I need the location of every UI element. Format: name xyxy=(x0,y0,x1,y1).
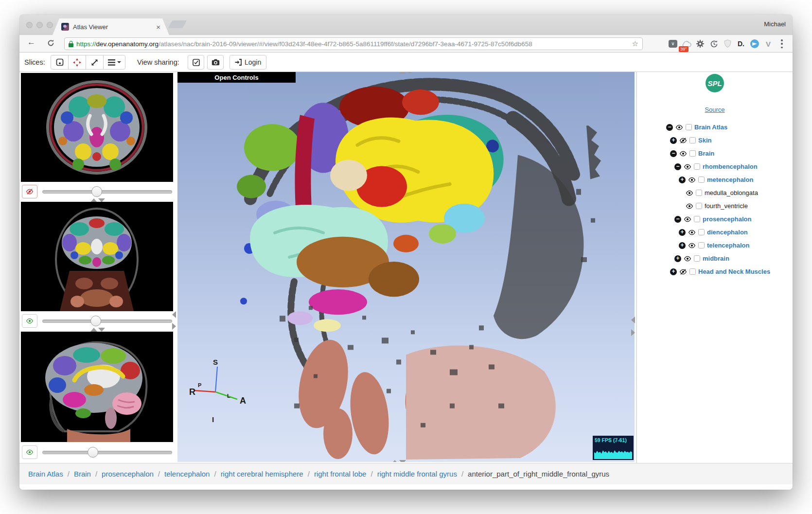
splitter-handle[interactable] xyxy=(391,460,406,462)
collapse-icon[interactable]: − xyxy=(670,150,677,157)
eye-icon[interactable] xyxy=(684,256,691,262)
slice-visibility-button[interactable] xyxy=(51,55,69,70)
coronal-slice-slider[interactable] xyxy=(42,319,172,323)
coronal-slider-thumb[interactable] xyxy=(90,316,101,326)
tree-checkbox[interactable] xyxy=(689,137,696,143)
coronal-slice-view[interactable] xyxy=(21,202,173,311)
share-state-button[interactable] xyxy=(188,55,204,70)
axial-visibility-toggle[interactable] xyxy=(22,185,37,198)
tree-checkbox[interactable] xyxy=(689,268,696,275)
shield-extension-icon[interactable] xyxy=(722,38,733,50)
tree-checkbox[interactable] xyxy=(698,177,705,183)
tree-checkbox[interactable] xyxy=(696,203,702,209)
tree-checkbox[interactable] xyxy=(694,255,700,262)
expand-icon[interactable]: + xyxy=(670,137,677,144)
eye-icon[interactable] xyxy=(688,243,696,248)
browser-menu-icon[interactable] xyxy=(776,38,788,50)
history-extension-icon[interactable] xyxy=(708,38,720,50)
tree-item-label[interactable]: Skin xyxy=(698,137,711,144)
collapse-icon[interactable]: − xyxy=(674,216,681,223)
open-controls-bar[interactable]: Open Controls xyxy=(177,72,296,83)
v-extension-icon[interactable]: V xyxy=(762,38,774,50)
splitter-handle[interactable] xyxy=(399,72,413,74)
gear-icon[interactable] xyxy=(694,38,706,50)
tree-item-label[interactable]: Brain Atlas xyxy=(694,124,727,131)
eye-slash-icon[interactable] xyxy=(679,269,687,275)
breadcrumb-item[interactable]: right cerebral hemisphere xyxy=(221,470,303,478)
tree-item-label[interactable]: fourth_ventricle xyxy=(705,202,748,210)
eye-icon[interactable] xyxy=(684,216,691,222)
expand-icon[interactable]: + xyxy=(670,268,677,275)
eye-slash-icon[interactable] xyxy=(679,138,687,143)
tab-atlas-viewer[interactable]: Atlas Viewer × xyxy=(53,18,169,35)
tab-close-icon[interactable]: × xyxy=(156,23,160,31)
tree-item-label[interactable]: prosencephalon xyxy=(703,215,751,223)
3d-viewport[interactable]: Open Controls S R P A L I 59 FPS (7-61) xyxy=(177,72,635,462)
tree-item-label[interactable]: rhombencephalon xyxy=(703,163,758,170)
telegram-extension-icon[interactable] xyxy=(749,38,760,50)
splitter-handle[interactable] xyxy=(90,328,105,332)
tree-checkbox[interactable] xyxy=(694,216,700,222)
tree-item-label[interactable]: telencephalon xyxy=(707,242,749,249)
eye-icon[interactable] xyxy=(684,164,691,170)
tree-item-label[interactable]: medulla_oblongata xyxy=(705,189,758,196)
tree-item-label[interactable]: Brain xyxy=(698,150,714,157)
eye-icon[interactable] xyxy=(688,177,696,183)
tree-item-label[interactable]: metencephalon xyxy=(707,176,753,183)
eye-icon[interactable] xyxy=(686,203,693,209)
fit-view-button[interactable] xyxy=(86,55,104,70)
pocket-extension-icon[interactable]: ∨ xyxy=(667,38,679,50)
slice-list-button[interactable] xyxy=(103,55,125,70)
expand-icon[interactable]: + xyxy=(679,177,686,183)
breadcrumb-item[interactable]: Brain xyxy=(74,470,91,478)
breadcrumb-item[interactable]: Brain Atlas xyxy=(28,470,63,478)
new-tab-button[interactable] xyxy=(168,20,187,28)
breadcrumb-item[interactable]: prosencephalon xyxy=(102,470,154,478)
panel-divider-handle[interactable] xyxy=(631,317,635,336)
tree-checkbox[interactable] xyxy=(686,124,692,130)
spl-logo[interactable]: SPL xyxy=(706,74,724,92)
tree-item-label[interactable]: midbrain xyxy=(703,255,729,262)
d-extension-icon[interactable]: D. xyxy=(735,38,747,50)
minimize-window-button[interactable] xyxy=(36,22,43,28)
tree-checkbox[interactable] xyxy=(698,229,705,235)
breadcrumb-item[interactable]: right middle frontal gyrus xyxy=(377,470,457,478)
expand-icon[interactable]: + xyxy=(679,242,686,249)
close-window-button[interactable] xyxy=(26,22,33,28)
sagittal-visibility-toggle[interactable] xyxy=(22,445,37,459)
login-button[interactable]: Login xyxy=(229,55,266,70)
source-link[interactable]: Source xyxy=(705,106,724,113)
sagittal-slider-thumb[interactable] xyxy=(88,447,98,458)
collapse-icon[interactable]: − xyxy=(666,124,673,131)
profile-name[interactable]: Michael xyxy=(764,20,786,28)
reload-button[interactable] xyxy=(47,39,55,50)
eye-icon[interactable] xyxy=(686,190,693,196)
panel-divider-handle[interactable] xyxy=(172,311,176,330)
breadcrumb-item[interactable]: telencephalon xyxy=(164,470,210,478)
collapse-icon[interactable]: − xyxy=(674,163,681,170)
sagittal-slice-view[interactable] xyxy=(21,332,173,442)
tree-checkbox[interactable] xyxy=(689,150,696,157)
coronal-visibility-toggle[interactable] xyxy=(22,314,37,328)
tree-item-label[interactable]: Head and Neck Muscles xyxy=(698,268,770,275)
screenshot-button[interactable] xyxy=(207,55,224,70)
expand-icon[interactable]: + xyxy=(674,255,681,262)
tree-checkbox[interactable] xyxy=(696,190,702,196)
back-button[interactable]: ← xyxy=(27,37,35,47)
tree-item-label[interactable]: diencephalon xyxy=(707,229,748,236)
expand-icon[interactable]: + xyxy=(679,229,686,236)
axial-slice-slider[interactable] xyxy=(42,190,172,194)
zoom-window-button[interactable] xyxy=(47,22,53,28)
crosshair-button[interactable] xyxy=(68,55,86,70)
eye-icon[interactable] xyxy=(679,151,687,157)
axial-slider-thumb[interactable] xyxy=(91,186,102,197)
weather-extension-icon[interactable]: 39° xyxy=(681,38,692,50)
tree-checkbox[interactable] xyxy=(698,242,705,248)
axial-slice-view[interactable] xyxy=(21,73,173,182)
tree-checkbox[interactable] xyxy=(694,163,700,170)
eye-icon[interactable] xyxy=(675,124,683,130)
breadcrumb-item[interactable]: right frontal lobe xyxy=(314,470,367,478)
address-bar[interactable]: https://dev.openanatomy.org/atlases/nac/… xyxy=(64,37,643,50)
secure-lock-icon[interactable] xyxy=(69,41,73,47)
eye-icon[interactable] xyxy=(688,230,696,235)
